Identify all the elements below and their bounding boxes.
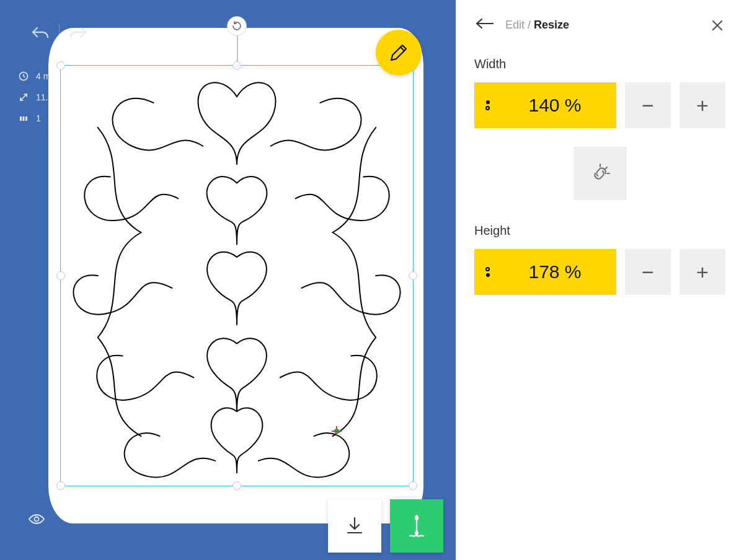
time-value: 4 min: [36, 71, 57, 81]
canvas-bottom-buttons: [328, 499, 443, 553]
needle-icon: [406, 514, 427, 538]
breadcrumb-separator: /: [525, 19, 534, 31]
resize-handle-top[interactable]: [232, 61, 241, 70]
rotate-stem: [237, 35, 238, 62]
breadcrumb-row: Edit / Resize: [474, 17, 725, 32]
height-value: 178 %: [505, 261, 605, 282]
redo-icon: [69, 25, 87, 39]
preview-button[interactable]: [28, 513, 45, 528]
resize-handle-left[interactable]: [56, 271, 65, 280]
eye-icon: [28, 513, 45, 525]
resize-handle-bottom[interactable]: [232, 481, 241, 490]
resize-handle-bottom-right[interactable]: [409, 481, 417, 490]
arrow-left-icon: [474, 17, 495, 30]
download-button[interactable]: [328, 499, 381, 553]
unlink-icon: [588, 162, 612, 185]
edit-fab[interactable]: [376, 30, 422, 76]
resize-panel: Edit / Resize Width 140 % − + Height 178…: [456, 0, 744, 560]
height-increment-button[interactable]: +: [680, 249, 725, 295]
selection-bounding-box[interactable]: [60, 65, 414, 486]
design-artwork: [61, 66, 413, 486]
width-label: Width: [474, 57, 725, 71]
width-increment-button[interactable]: +: [680, 82, 725, 128]
stitch-button[interactable]: [390, 499, 443, 553]
back-button[interactable]: [474, 17, 495, 32]
pencil-icon: [389, 43, 409, 63]
close-icon: [711, 19, 724, 32]
resize-handle-bottom-left[interactable]: [56, 481, 65, 490]
download-icon: [344, 515, 365, 536]
svg-rect-1: [20, 116, 22, 121]
info-panel: 4 min 11.0 x 14.0 in 1: [19, 71, 88, 123]
divider: [59, 24, 60, 41]
dimensions-value: 11.0 x 14.0 in: [36, 92, 88, 102]
svg-rect-3: [25, 116, 27, 121]
start-point-marker[interactable]: [332, 426, 342, 436]
height-value-box[interactable]: 178 %: [474, 249, 616, 295]
expand-icon: [19, 92, 29, 102]
dimensions-info: 11.0 x 14.0 in: [19, 92, 88, 102]
resize-handle-top-left[interactable]: [56, 61, 65, 70]
svg-point-4: [35, 517, 39, 522]
svg-rect-2: [23, 116, 25, 121]
height-decrement-button[interactable]: −: [625, 249, 671, 295]
top-controls: [28, 20, 91, 45]
canvas-area: 4 min 11.0 x 14.0 in 1: [0, 0, 456, 560]
percent-mode-icon: [485, 267, 490, 277]
tiles-icon: [19, 113, 29, 123]
width-decrement-button[interactable]: −: [625, 82, 671, 128]
clock-icon: [19, 71, 29, 81]
width-value-box[interactable]: 140 %: [474, 82, 616, 128]
rotate-icon: [231, 20, 242, 32]
width-value: 140 %: [505, 95, 605, 116]
percent-mode-icon: [485, 100, 490, 110]
breadcrumb-current: Resize: [534, 19, 569, 31]
link-row: [474, 147, 725, 200]
undo-button[interactable]: [28, 20, 53, 45]
close-button[interactable]: [711, 19, 724, 35]
height-control: 178 % − +: [474, 249, 725, 295]
breadcrumb: Edit / Resize: [505, 19, 569, 32]
breadcrumb-parent[interactable]: Edit: [505, 19, 525, 31]
width-control: 140 % − +: [474, 82, 725, 128]
aspect-lock-button[interactable]: [574, 147, 627, 200]
rotate-handle[interactable]: [227, 16, 247, 36]
undo-icon: [31, 25, 50, 39]
tiles-value: 1: [36, 113, 41, 123]
redo-button[interactable]: [66, 20, 91, 45]
resize-handle-right[interactable]: [409, 271, 417, 280]
tiles-info: 1: [19, 113, 88, 123]
time-info: 4 min: [19, 71, 88, 81]
height-label: Height: [474, 224, 725, 238]
